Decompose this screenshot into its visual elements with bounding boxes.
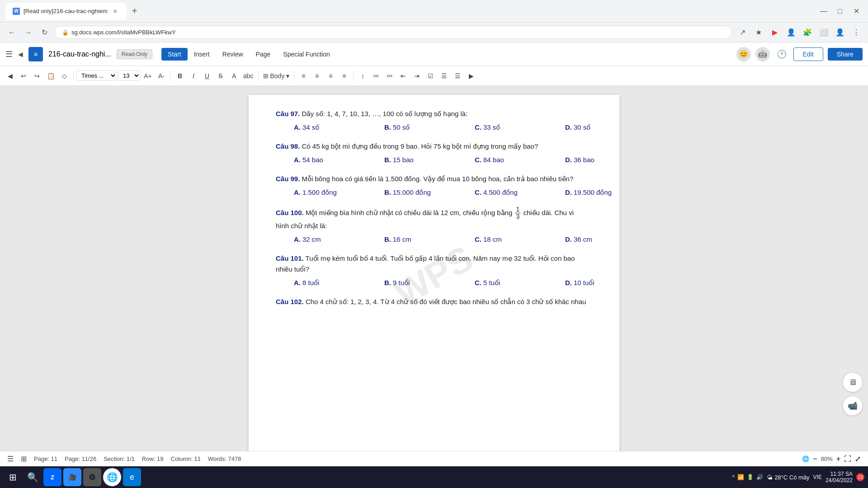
extension1-button[interactable]: ▶: [769, 26, 781, 39]
font-color-button[interactable]: A: [228, 70, 241, 82]
close-button[interactable]: ✕: [850, 5, 863, 18]
back-doc-button[interactable]: ◀: [18, 51, 23, 58]
address-bar[interactable]: 🔒 sg.docs.wps.com/l/sIlaMvPBBkLWFkwY: [54, 26, 732, 39]
weather-temp: 28°C Có mây: [774, 474, 809, 481]
more-button[interactable]: ⋮: [850, 26, 863, 39]
clipboard-button[interactable]: 📋: [44, 70, 57, 82]
edge-icon: e: [130, 473, 134, 482]
underline-button[interactable]: U: [201, 70, 213, 82]
align-center[interactable]: ≡: [311, 70, 323, 82]
q98-a: A.54 bao: [294, 155, 366, 165]
numbering-button[interactable]: ≔: [383, 70, 396, 82]
menu-page[interactable]: Page: [250, 48, 277, 61]
profile-button[interactable]: ⬜: [817, 26, 830, 39]
font-size-selector[interactable]: 13: [118, 70, 141, 81]
minimize-button[interactable]: —: [817, 5, 830, 18]
q101-answers: A.8 tuổi B.9 tuổi C.5 tuổi D.10 tuổi: [276, 277, 592, 288]
ordered-list-button[interactable]: ☰: [451, 70, 464, 82]
italic-button[interactable]: I: [187, 70, 200, 82]
sidebar-toggle-button[interactable]: ☰: [5, 49, 13, 59]
tab-close-button[interactable]: ×: [111, 7, 119, 15]
question-102: Câu 102. Cho 4 chữ số: 1, 2, 3, 4. Từ 4 …: [276, 296, 592, 307]
share-button[interactable]: Share: [828, 48, 863, 61]
layout-view-icon[interactable]: ⊞: [21, 455, 27, 463]
q97-label: Câu 97.: [276, 110, 300, 117]
question-100: Câu 100. Một miếng bìa hình chữ nhật có …: [276, 206, 592, 245]
font-size-increase[interactable]: A+: [142, 70, 154, 82]
font-selector[interactable]: Times ...: [76, 70, 117, 81]
extension2-button[interactable]: 👤: [785, 26, 797, 39]
doc-title: 216-cau-trac-nghi...: [48, 50, 111, 58]
q99-d: D.19.500 đồng: [565, 187, 619, 198]
bullets-button[interactable]: ≔: [370, 70, 382, 82]
format-toolbar: ◀ ↩ ↪ 📋 ◇ Times ... 13 A+ A- B I U S A a…: [0, 66, 868, 86]
wifi-icon: 📶: [737, 474, 744, 480]
taskbar-zoom[interactable]: 🎥: [63, 468, 81, 486]
q100-answers: A.32 cm B.16 cm C.18 cm D.36 cm: [276, 234, 592, 245]
share-page-button[interactable]: ↗: [736, 26, 749, 39]
indent-decrease[interactable]: ⇤: [397, 70, 410, 82]
q100-d: D.36 cm: [565, 234, 619, 245]
q97-answers: A.34 số B.50 số C.33 số D.30 số: [276, 122, 592, 133]
maximize-button[interactable]: □: [834, 5, 846, 18]
line-spacing-button[interactable]: ↕: [356, 70, 369, 82]
zoom-out-button[interactable]: −: [813, 455, 817, 463]
history-button[interactable]: 🕐: [774, 47, 789, 61]
redo-button[interactable]: ↪: [31, 70, 43, 82]
menu-start[interactable]: Start: [161, 48, 188, 61]
taskbar-edge[interactable]: e: [123, 468, 141, 486]
browser-actions: ↗ ★ ▶ 👤 🧩 ⬜ 👤 ⋮: [736, 26, 863, 39]
reload-button[interactable]: ↻: [38, 26, 51, 39]
taskbar-zalo[interactable]: Z: [43, 468, 61, 486]
language-indicator[interactable]: VIE: [813, 474, 822, 480]
strikethrough-button[interactable]: S: [214, 70, 227, 82]
taskbar-settings[interactable]: ⚙: [83, 468, 101, 486]
q97-a: A.34 số: [294, 122, 366, 133]
clear-format-button[interactable]: ◇: [58, 70, 71, 82]
avatar-button1[interactable]: 😊: [736, 47, 751, 61]
q101-b: B.9 tuổi: [384, 277, 457, 288]
extension3-button[interactable]: 🧩: [801, 26, 814, 39]
indent-increase[interactable]: ⇥: [410, 70, 423, 82]
highlight-button[interactable]: abc: [241, 70, 255, 82]
menu-review[interactable]: Review: [216, 48, 250, 61]
fit-page-button[interactable]: ⛶: [844, 455, 851, 463]
menu-insert[interactable]: Insert: [188, 48, 216, 61]
page-nav-prev[interactable]: ◀: [4, 70, 16, 82]
chrome-icon: 🌐: [107, 472, 118, 483]
checkbox-button[interactable]: ☑: [424, 70, 437, 82]
settings-icon: ⚙: [89, 472, 96, 482]
active-tab[interactable]: W [Read only]216-cau-trac-nghiem ×: [5, 3, 127, 20]
font-size-decrease[interactable]: A-: [155, 70, 168, 82]
page-view-icon[interactable]: ☰: [7, 455, 14, 463]
notification-badge[interactable]: 23: [856, 473, 864, 481]
search-button[interactable]: 🔍: [24, 468, 42, 486]
fullscreen-button[interactable]: ⤢: [855, 455, 861, 463]
tray-expand-icon[interactable]: ^: [732, 474, 735, 480]
menu-special-function[interactable]: Special Function: [277, 48, 336, 61]
align-left[interactable]: ≡: [297, 70, 310, 82]
undo-button[interactable]: ↩: [17, 70, 30, 82]
forward-button[interactable]: →: [22, 26, 34, 39]
bookmark-button[interactable]: ★: [752, 26, 765, 39]
side-tools: 🖥 📹: [843, 372, 863, 416]
video-tool-button[interactable]: 📹: [843, 396, 863, 416]
align-justify[interactable]: ≡: [338, 70, 350, 82]
paragraph-style-button[interactable]: ⊞ Body ▾: [261, 70, 292, 82]
expand-button[interactable]: ▶: [465, 70, 477, 82]
avatar-button2[interactable]: 🤖: [755, 47, 770, 61]
taskbar-chrome[interactable]: 🌐: [103, 468, 121, 486]
screen-tool-button[interactable]: 🖥: [843, 372, 863, 392]
zoom-in-button[interactable]: +: [836, 455, 840, 463]
new-tab-button[interactable]: +: [128, 4, 141, 18]
account-button[interactable]: 👤: [834, 26, 846, 39]
q100-b: B.16 cm: [384, 234, 457, 245]
edit-button[interactable]: Edit: [793, 47, 823, 61]
align-right[interactable]: ≡: [324, 70, 337, 82]
q98-b: B.15 bao: [384, 155, 457, 165]
zoom-level: 80%: [821, 455, 833, 462]
bold-button[interactable]: B: [174, 70, 186, 82]
back-button[interactable]: ←: [5, 26, 18, 39]
start-button[interactable]: ⊞: [4, 468, 22, 486]
list-style-button[interactable]: ☰: [438, 70, 450, 82]
